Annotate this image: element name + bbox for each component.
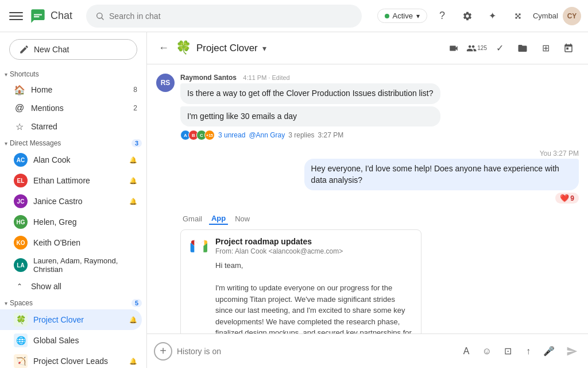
thread-mention: @Ann Gray	[249, 131, 285, 139]
message-row: RS Raymond Santos 4:11 PM · Edited Is th…	[156, 74, 579, 140]
dm-badge: 3	[131, 139, 142, 147]
sidebar: New Chat ▾ Shortcuts 🏠 Home 8 @ Mentions…	[0, 32, 147, 368]
send-button[interactable]	[563, 342, 581, 361]
svg-line-1	[102, 18, 103, 20]
pin-icon: 🔔	[129, 316, 137, 324]
tasks-button[interactable]: ✓	[489, 38, 510, 59]
text-format-button[interactable]: A	[457, 342, 475, 361]
new-chat-label: New Chat	[34, 45, 69, 54]
gmail-from: From: Alan Cook <alancook@acme.com>	[215, 247, 412, 255]
messages-area[interactable]: RS Raymond Santos 4:11 PM · Edited Is th…	[147, 64, 588, 334]
pin-icon: 🔔	[129, 198, 137, 205]
sidebar-item-global-sales[interactable]: 🌐 Global Sales	[0, 330, 142, 351]
active-dot	[385, 14, 389, 18]
sidebar-item-starred[interactable]: ☆ Starred	[0, 117, 142, 136]
pin-icon: 🔔	[129, 358, 137, 365]
reaction-emoji: ❤️	[560, 194, 569, 202]
chevron-down-icon: ▾	[416, 12, 420, 20]
avatar: EL	[14, 174, 28, 187]
spaces-section-header[interactable]: ▾ Spaces 5	[0, 296, 146, 309]
avatar: RS	[156, 74, 175, 92]
user-account-chip[interactable]: Cymbal CY	[533, 7, 581, 25]
sparkle-button[interactable]: ✦	[482, 6, 503, 26]
hamburger-menu[interactable]	[7, 7, 25, 25]
folder-button[interactable]	[512, 38, 533, 59]
project-clover-leads-label: Project Clover Leads	[33, 356, 123, 366]
message-bubble: I'm getting like 30 emails a day	[180, 106, 440, 127]
sidebar-item-home[interactable]: 🏠 Home 8	[0, 80, 142, 99]
thread-replies: 3 replies	[288, 131, 314, 139]
gmail-card: Project roadmap updates From: Alan Cook …	[180, 229, 421, 334]
starred-label: Starred	[31, 122, 137, 131]
pin-icon: 🔔	[129, 177, 137, 185]
back-button[interactable]: ←	[156, 40, 171, 56]
calendar-button[interactable]	[558, 38, 579, 59]
dm-section-header[interactable]: ▾ Direct Messages 3	[0, 136, 146, 150]
my-message-container: You 3:27 PM Hey everyone, I'd love some …	[156, 150, 579, 204]
sidebar-item-janice-castro[interactable]: JC Janice Castro 🔔	[0, 191, 142, 212]
sidebar-item-mentions[interactable]: @ Mentions 2	[0, 99, 142, 117]
chevron-icon: ▾	[5, 140, 7, 147]
search-bar[interactable]	[86, 5, 362, 28]
screen-share-button[interactable]: ⊡	[498, 342, 517, 361]
right-icons: Active ▾ ? ✦ Cymbal CY	[377, 6, 581, 26]
chat-area: ← 🍀 Project Clover ▾ 125 ✓ ⊞	[147, 32, 588, 368]
thread-preview[interactable]: A B C +15 3 unread @Ann Gray 3 replies 3…	[180, 130, 440, 140]
avatar: LA	[14, 258, 28, 272]
tab-now[interactable]: Now	[233, 213, 252, 224]
reaction-button[interactable]: ❤️ 9	[555, 193, 579, 204]
sidebar-item-alan-cook[interactable]: AC Alan Cook 🔔	[0, 150, 142, 170]
input-icons: A ☺ ⊡ ↑ 🎤	[457, 342, 558, 361]
add-attachment-button[interactable]: +	[154, 342, 172, 361]
spaces-label: Spaces	[10, 299, 33, 307]
top-bar: Chat Active ▾ ? ✦ Cymbal CY	[0, 0, 588, 32]
dropdown-chevron-icon[interactable]: ▾	[262, 44, 266, 53]
avatar: AC	[14, 153, 28, 167]
space-header-icon: 🍀	[176, 40, 192, 56]
members-button[interactable]: 125	[466, 38, 487, 59]
gmail-tabs: Gmail App Now	[180, 213, 579, 225]
settings-button[interactable]	[457, 6, 478, 26]
sidebar-item-ethan-lattimore[interactable]: EL Ethan Lattimore 🔔	[0, 170, 142, 191]
message-content: Raymond Santos 4:11 PM · Edited Is there…	[180, 74, 440, 140]
pin-icon: 🔔	[129, 156, 137, 164]
app-logo: Chat	[30, 8, 72, 24]
sidebar-item-helen-greg[interactable]: HG Helen, Greg	[0, 212, 142, 232]
sidebar-item-project-clover[interactable]: 🍀 Project Clover 🔔	[0, 309, 142, 330]
sidebar-item-project-clover-leads[interactable]: 🏹 Project Clover Leads 🔔	[0, 351, 142, 368]
search-input[interactable]	[109, 12, 353, 21]
message-sender: Raymond Santos 4:11 PM · Edited	[180, 74, 440, 82]
spaces-badge: 5	[131, 299, 142, 307]
chat-title: Project Clover	[196, 43, 258, 54]
apps-button[interactable]	[508, 6, 528, 26]
user-avatar: CY	[563, 7, 581, 25]
edit-icon	[19, 44, 29, 55]
active-status[interactable]: Active ▾	[377, 9, 427, 23]
my-message-bubble: Hey everyone, I'd love some help! Does a…	[304, 159, 579, 190]
shortcuts-section-header[interactable]: ▾ Shortcuts	[0, 67, 146, 80]
sidebar-item-group[interactable]: LA Lauren, Adam, Raymond, Christian	[0, 253, 142, 277]
reaction-bar[interactable]: ❤️ 9	[555, 193, 579, 204]
emoji-button[interactable]: ☺	[478, 342, 496, 361]
gmail-header-row: Project roadmap updates From: Alan Cook …	[190, 237, 412, 334]
tab-app[interactable]: App	[209, 213, 228, 225]
integrations-button[interactable]: ⊞	[535, 38, 556, 59]
sidebar-item-keith[interactable]: KO Keith O'Brien	[0, 232, 142, 253]
tab-gmail[interactable]: Gmail	[180, 213, 204, 224]
help-button[interactable]: ?	[432, 6, 452, 26]
show-all-dm[interactable]: ⌃ Show all	[0, 277, 142, 296]
chevron-icon: ▾	[5, 71, 7, 78]
message-bubble: Is there a way to get off the Clover Pro…	[180, 83, 440, 104]
upload-button[interactable]: ↑	[519, 342, 537, 361]
thread-avatars: A B C +15	[180, 130, 215, 140]
gmail-card-container: Gmail App Now	[180, 213, 579, 334]
message-input[interactable]	[177, 347, 452, 356]
voice-button[interactable]: 🎤	[540, 342, 558, 361]
gmail-body: Project roadmap updates From: Alan Cook …	[215, 237, 412, 334]
new-chat-button[interactable]: New Chat	[9, 39, 137, 60]
search-icon	[95, 12, 105, 21]
chat-header: ← 🍀 Project Clover ▾ 125 ✓ ⊞	[147, 32, 588, 64]
space-icon: 🌐	[14, 334, 28, 347]
video-call-button[interactable]	[443, 38, 464, 59]
home-label: Home	[31, 85, 127, 94]
